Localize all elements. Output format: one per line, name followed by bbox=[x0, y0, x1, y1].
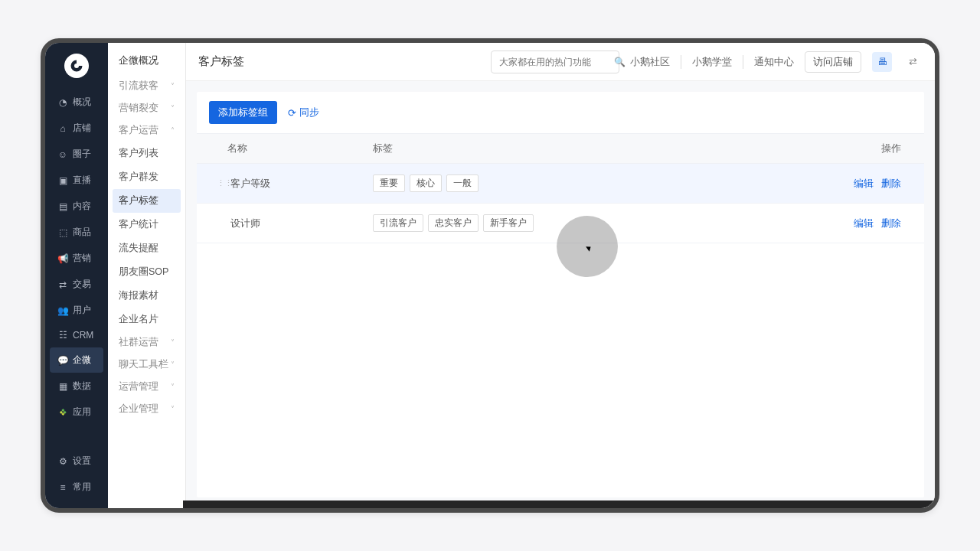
nav-应用[interactable]: ❖应用 bbox=[50, 399, 103, 425]
nav-label: 交易 bbox=[73, 278, 91, 291]
nav-内容[interactable]: ▤内容 bbox=[50, 194, 103, 219]
table-header: 名称 标签 操作 bbox=[197, 133, 924, 164]
subgroup-label: 社群运营 bbox=[119, 336, 158, 349]
nav-label: 内容 bbox=[73, 200, 91, 213]
chevron-down-icon: ˅ bbox=[171, 383, 175, 391]
nav-label: 设置 bbox=[73, 455, 91, 468]
subgroup-客户运营[interactable]: 客户运营˄ bbox=[113, 119, 181, 142]
edit-link[interactable]: 编辑 bbox=[854, 178, 874, 189]
nav-CRM[interactable]: ☷CRM bbox=[50, 324, 103, 347]
nav-label: 店铺 bbox=[73, 122, 91, 135]
subgroup-社群运营[interactable]: 社群运营˅ bbox=[113, 331, 181, 354]
sublink-客户列表[interactable]: 客户列表 bbox=[113, 142, 181, 165]
add-tag-group-button[interactable]: 添加标签组 bbox=[209, 101, 277, 124]
sublink-客户群发[interactable]: 客户群发 bbox=[113, 165, 181, 189]
nav-icon: ◔ bbox=[57, 97, 68, 108]
nav-数据[interactable]: ▦数据 bbox=[50, 373, 103, 399]
subgroup-label: 企业管理 bbox=[119, 403, 158, 416]
nav-设置[interactable]: ⚙设置 bbox=[50, 448, 103, 474]
sublink-企业名片[interactable]: 企业名片 bbox=[113, 308, 181, 331]
chevron-down-icon: ˅ bbox=[171, 405, 175, 413]
logo[interactable] bbox=[64, 54, 89, 78]
row-name: 客户等级 bbox=[230, 177, 270, 191]
subgroup-label: 客户运营 bbox=[119, 124, 158, 137]
nav-营销[interactable]: 📢营销 bbox=[50, 246, 103, 271]
nav-icon: ≡ bbox=[57, 482, 68, 493]
nav-交易[interactable]: ⇄交易 bbox=[50, 272, 103, 297]
subgroup-label: 聊天工具栏 bbox=[119, 358, 168, 371]
search-input[interactable] bbox=[499, 57, 614, 67]
nav-label: CRM bbox=[73, 330, 93, 341]
tag-table: 名称 标签 操作 ⋮⋮客户等级重要核心一般编辑删除设计师引流客户忠实客户新手客户… bbox=[197, 133, 924, 243]
subgroup-引流获客[interactable]: 引流获客˅ bbox=[113, 75, 181, 97]
tag-pill[interactable]: 新手客户 bbox=[483, 214, 534, 232]
subgroup-企业管理[interactable]: 企业管理˅ bbox=[113, 398, 181, 420]
link-notify[interactable]: 通知中心 bbox=[743, 55, 794, 69]
nav-企微[interactable]: 💬企微 bbox=[50, 347, 103, 373]
drag-handle-icon[interactable]: ⋮⋮ bbox=[217, 178, 226, 188]
nav-icon: ⬚ bbox=[57, 227, 68, 238]
nav-icon: ☺ bbox=[57, 149, 68, 160]
nav-商品[interactable]: ⬚商品 bbox=[50, 220, 103, 245]
page-title: 客户标签 bbox=[198, 54, 244, 69]
nav-圈子[interactable]: ☺圈子 bbox=[50, 142, 103, 167]
subgroup-label: 引流获客 bbox=[119, 80, 158, 93]
nav-label: 圈子 bbox=[73, 148, 91, 161]
nav-用户[interactable]: 👥用户 bbox=[50, 298, 103, 323]
sublink-海报素材[interactable]: 海报素材 bbox=[113, 284, 181, 308]
edit-link[interactable]: 编辑 bbox=[854, 217, 874, 229]
tag-pill[interactable]: 核心 bbox=[410, 174, 442, 192]
nav-rail: ◔概况⌂店铺☺圈子▣直播▤内容⬚商品📢营销⇄交易👥用户☷CRM💬企微▦数据❖应用… bbox=[45, 43, 108, 508]
nav-icon: ⌂ bbox=[57, 123, 68, 134]
nav-店铺[interactable]: ⌂店铺 bbox=[50, 116, 103, 141]
sublink-朋友圈SOP[interactable]: 朋友圈SOP bbox=[113, 260, 181, 284]
tag-pill[interactable]: 忠实客户 bbox=[428, 214, 479, 232]
delete-link[interactable]: 删除 bbox=[881, 217, 901, 229]
nav-label: 用户 bbox=[73, 304, 91, 317]
col-name: 名称 bbox=[220, 142, 373, 155]
nav-label: 常用 bbox=[73, 481, 91, 494]
link-community[interactable]: 小鹅社区 bbox=[630, 55, 670, 69]
subgroup-聊天工具栏[interactable]: 聊天工具栏˅ bbox=[113, 354, 181, 376]
search-icon[interactable]: 🔍 bbox=[614, 57, 626, 67]
chevron-up-icon: ˄ bbox=[171, 126, 175, 135]
sub-nav-title: 企微概况 bbox=[113, 51, 181, 75]
row-name: 设计师 bbox=[230, 217, 260, 230]
nav-label: 应用 bbox=[73, 406, 91, 419]
chevron-down-icon: ˅ bbox=[171, 104, 175, 112]
sublink-客户标签[interactable]: 客户标签 bbox=[113, 189, 181, 213]
subgroup-营销裂变[interactable]: 营销裂变˅ bbox=[113, 97, 181, 119]
search-box[interactable]: 🔍 bbox=[491, 51, 619, 73]
sync-label: 同步 bbox=[299, 106, 319, 119]
nav-icon: 👥 bbox=[57, 305, 68, 316]
nav-常用[interactable]: ≡常用 bbox=[50, 474, 103, 500]
nav-label: 企微 bbox=[73, 354, 91, 367]
nav-label: 直播 bbox=[73, 174, 91, 187]
tag-pill[interactable]: 一般 bbox=[446, 174, 479, 192]
nav-直播[interactable]: ▣直播 bbox=[50, 168, 103, 193]
delete-link[interactable]: 删除 bbox=[881, 178, 901, 189]
nav-icon: ☷ bbox=[57, 330, 68, 341]
subgroup-运营管理[interactable]: 运营管理˅ bbox=[113, 376, 181, 398]
nav-icon: 📢 bbox=[57, 253, 68, 264]
nav-icon: ▦ bbox=[57, 381, 68, 392]
sublink-客户统计[interactable]: 客户统计 bbox=[113, 213, 181, 236]
tag-pill[interactable]: 引流客户 bbox=[373, 214, 423, 232]
nav-label: 商品 bbox=[73, 226, 91, 239]
nav-概况[interactable]: ◔概况 bbox=[50, 90, 103, 115]
col-tags: 标签 bbox=[373, 142, 825, 155]
subgroup-label: 运营管理 bbox=[119, 380, 158, 393]
swap-icon[interactable]: ⇄ bbox=[903, 52, 923, 72]
visit-store-button[interactable]: 访问店铺 bbox=[805, 51, 861, 73]
chevron-down-icon: ˅ bbox=[171, 82, 175, 90]
link-academy[interactable]: 小鹅学堂 bbox=[681, 55, 732, 69]
nav-icon: ❖ bbox=[57, 407, 68, 418]
tag-pill[interactable]: 重要 bbox=[373, 174, 405, 192]
sublink-流失提醒[interactable]: 流失提醒 bbox=[113, 236, 181, 260]
sync-button[interactable]: ⟳ 同步 bbox=[288, 106, 319, 119]
print-icon[interactable]: 🖶 bbox=[872, 52, 892, 72]
chevron-down-icon: ˅ bbox=[171, 338, 175, 347]
nav-label: 营销 bbox=[73, 252, 91, 265]
chevron-down-icon: ˅ bbox=[171, 360, 175, 369]
bottom-edge bbox=[183, 500, 935, 508]
